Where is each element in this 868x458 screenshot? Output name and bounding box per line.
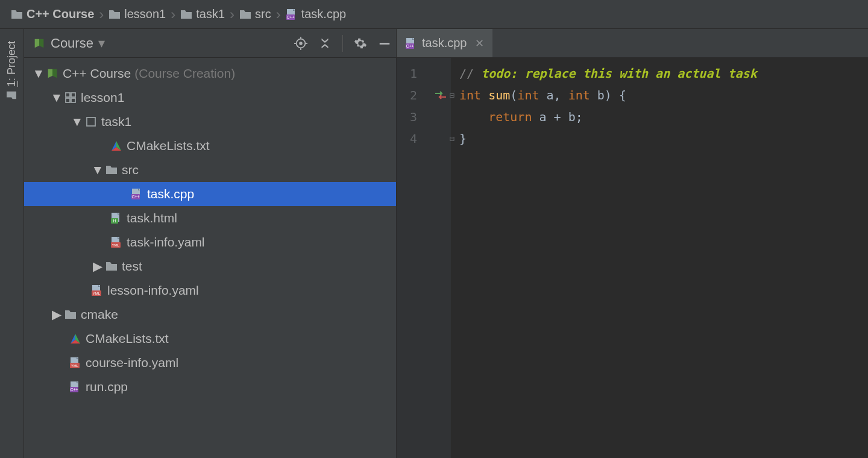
expand-toggle-icon[interactable]: ▼ <box>51 90 63 105</box>
folder-icon <box>239 9 251 20</box>
breadcrumb-separator: › <box>230 7 234 22</box>
breadcrumb-item-src[interactable]: src <box>239 7 271 21</box>
panel-view-selector[interactable]: Course ▾ <box>33 36 105 51</box>
tree-item-task-cpp[interactable]: C++ task.cpp <box>24 182 396 206</box>
breadcrumb-label: task1 <box>196 7 225 21</box>
folder-icon <box>104 261 119 272</box>
project-tree[interactable]: ▼ C++ Course (Course Creation) ▼ lesson1… <box>24 58 396 458</box>
tree-item-label: run.cpp <box>86 380 128 394</box>
folder-icon <box>104 165 119 175</box>
close-icon[interactable]: ✕ <box>475 37 484 50</box>
tree-item-task1[interactable]: ▼ task1 <box>24 110 396 134</box>
editor-gutter: 1 2 ⊟ 3 4⊟ <box>397 58 451 458</box>
cpp-file-icon: C++ <box>129 188 145 200</box>
gear-icon[interactable] <box>354 37 367 50</box>
svg-text:C++: C++ <box>406 44 414 48</box>
tree-item-cmakelists-root[interactable]: CMakeLists.txt <box>24 327 396 351</box>
breadcrumb-item-task1[interactable]: task1 <box>180 7 225 21</box>
locate-icon[interactable] <box>294 37 307 50</box>
code-line: return a + b; <box>459 106 868 128</box>
expand-toggle-icon[interactable]: ▼ <box>92 163 104 177</box>
tool-tab-label: 1: Project <box>5 41 18 87</box>
tree-item-label: lesson1 <box>81 90 124 105</box>
breadcrumb-separator: › <box>276 7 281 22</box>
tree-item-label: task1 <box>101 114 131 129</box>
svg-rect-12 <box>66 98 70 102</box>
tree-item-label: src <box>122 163 139 177</box>
tree-item-label: lesson-info.yaml <box>107 283 199 298</box>
breadcrumb-label: task.cpp <box>301 7 346 21</box>
tree-item-lesson-info-yaml[interactable]: YML lesson-info.yaml <box>24 278 396 303</box>
project-tool-tab[interactable]: 1: Project <box>3 37 20 104</box>
folder-icon <box>7 90 17 100</box>
project-panel-header: Course ▾ <box>24 29 396 58</box>
lesson-icon <box>63 92 78 104</box>
tree-root[interactable]: ▼ C++ Course (Course Creation) <box>24 61 396 86</box>
folder-icon <box>11 9 23 20</box>
breadcrumb-item-lesson1[interactable]: lesson1 <box>108 7 166 21</box>
tool-window-stripe: 1: Project <box>0 29 24 458</box>
gutter-line: 1 <box>397 63 451 84</box>
task-icon <box>83 116 99 127</box>
tree-item-label: CMakeLists.txt <box>86 331 169 346</box>
breadcrumb: C++ Course › lesson1 › task1 › src › C++… <box>0 0 868 29</box>
expand-toggle-icon[interactable]: ▼ <box>71 114 83 129</box>
tree-item-lesson1[interactable]: ▼ lesson1 <box>24 86 396 110</box>
code-editor[interactable]: // todo: replace this with an actual tas… <box>451 58 868 458</box>
tree-item-task-info-yaml[interactable]: YML task-info.yaml <box>24 230 396 254</box>
svg-text:C++: C++ <box>70 387 78 392</box>
cmake-file-icon <box>68 333 83 345</box>
gutter-line: 2 ⊟ <box>397 84 451 106</box>
tree-item-cmakelists[interactable]: CMakeLists.txt <box>24 134 396 158</box>
breadcrumb-label: src <box>255 7 271 21</box>
vcs-change-icon[interactable] <box>434 90 447 101</box>
tree-item-label: cmake <box>81 307 118 322</box>
expand-toggle-icon[interactable]: ▶ <box>92 259 104 274</box>
tree-item-label: course-info.yaml <box>86 356 178 370</box>
tree-item-src[interactable]: ▼ src <box>24 158 396 182</box>
code-line: int sum(int a, int b) { <box>459 84 868 106</box>
folder-icon <box>180 9 192 20</box>
tree-item-sublabel: (Course Creation) <box>134 66 235 81</box>
cpp-file-icon: C++ <box>286 8 298 20</box>
tree-item-task-html[interactable]: H task.html <box>24 206 396 230</box>
svg-rect-14 <box>87 118 95 126</box>
svg-rect-9 <box>380 43 390 45</box>
fold-close-icon[interactable]: ⊟ <box>450 134 454 143</box>
breadcrumb-item-file[interactable]: C++ task.cpp <box>286 7 346 21</box>
minimize-icon[interactable] <box>378 37 391 50</box>
folder-icon <box>108 9 121 20</box>
tree-item-course-info-yaml[interactable]: YML course-info.yaml <box>24 351 396 375</box>
tree-item-label: task.cpp <box>147 187 194 201</box>
editor-tab-task-cpp[interactable]: C++ task.cpp ✕ <box>397 29 492 57</box>
svg-text:H: H <box>113 219 116 223</box>
yaml-file-icon: YML <box>68 357 83 369</box>
cpp-file-icon: C++ <box>68 381 83 393</box>
chevron-down-icon: ▾ <box>98 36 105 51</box>
fold-open-icon[interactable]: ⊟ <box>450 90 454 100</box>
collapse-all-icon[interactable] <box>318 37 332 50</box>
cmake-file-icon <box>108 140 124 152</box>
tree-item-cmake[interactable]: ▶ cmake <box>24 303 396 327</box>
breadcrumb-item-root[interactable]: C++ Course <box>11 7 94 21</box>
editor-tab-label: task.cpp <box>422 36 467 50</box>
tree-item-test[interactable]: ▶ test <box>24 254 396 278</box>
svg-text:YML: YML <box>112 243 120 247</box>
breadcrumb-label: C++ Course <box>27 7 94 21</box>
yaml-file-icon: YML <box>108 236 124 248</box>
gutter-line: 4⊟ <box>397 128 451 149</box>
breadcrumb-separator: › <box>171 7 175 22</box>
yaml-file-icon: YML <box>89 284 105 296</box>
cpp-file-icon: C++ <box>405 37 417 49</box>
folder-icon <box>63 309 78 320</box>
expand-toggle-icon[interactable]: ▼ <box>33 66 45 81</box>
tree-item-run-cpp[interactable]: C++ run.cpp <box>24 375 396 399</box>
svg-text:YML: YML <box>71 364 79 368</box>
breadcrumb-separator: › <box>99 7 104 22</box>
editor-tabs: C++ task.cpp ✕ <box>397 29 868 58</box>
tree-item-label: CMakeLists.txt <box>127 139 210 153</box>
tree-item-label: test <box>122 259 142 274</box>
expand-toggle-icon[interactable]: ▶ <box>51 307 63 322</box>
tree-item-label: task-info.yaml <box>127 235 205 249</box>
svg-text:C++: C++ <box>131 195 139 199</box>
